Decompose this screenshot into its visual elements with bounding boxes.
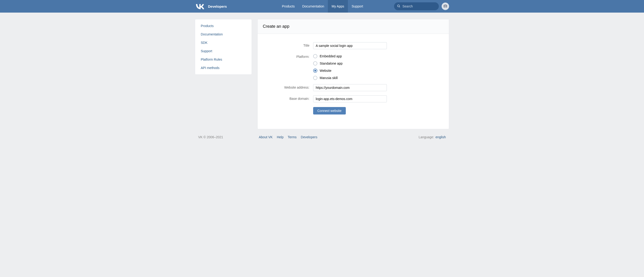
nav-label: Documentation xyxy=(302,4,324,8)
nav-label: My Apps xyxy=(332,4,344,8)
nav-label: Products xyxy=(282,4,295,8)
button-label: Connect website xyxy=(317,109,342,112)
sidebar-item-label: Documentation xyxy=(201,32,223,36)
brand-text: Developers xyxy=(208,4,227,8)
nav-item-products[interactable]: Products xyxy=(278,0,298,12)
sidebar-item-label: API methods xyxy=(201,66,220,70)
sidebar: Products Documentation SDK Support Platf… xyxy=(195,19,252,74)
radio-label: Website xyxy=(320,69,331,72)
footer-link-label: About VK xyxy=(259,135,272,139)
radio-icon xyxy=(313,54,317,58)
language-selector[interactable]: english xyxy=(436,135,446,139)
nav-item-documentation[interactable]: Documentation xyxy=(298,0,328,12)
svg-point-0 xyxy=(398,5,400,7)
footer-link-developers[interactable]: Developers xyxy=(301,135,317,139)
platform-label: Platform: xyxy=(258,54,313,58)
sidebar-item-products[interactable]: Products xyxy=(195,22,252,30)
search-input[interactable] xyxy=(402,4,436,8)
base-domain-input[interactable] xyxy=(313,95,387,102)
nav-item-my-apps[interactable]: My Apps xyxy=(328,0,348,12)
language-label: Language: xyxy=(418,135,434,139)
camera-icon xyxy=(443,4,448,9)
footer-link-terms[interactable]: Terms xyxy=(288,135,296,139)
radio-marusia-skill[interactable]: Marusia skill xyxy=(313,76,342,80)
sidebar-item-documentation[interactable]: Documentation xyxy=(195,30,252,38)
top-nav: Products Documentation My Apps Support xyxy=(278,0,394,12)
radio-icon xyxy=(313,76,317,80)
sidebar-item-label: Support xyxy=(201,49,212,53)
title-input[interactable] xyxy=(313,42,387,49)
footer-link-help[interactable]: Help xyxy=(277,135,284,139)
page-title: Create an app xyxy=(263,24,444,29)
search-icon xyxy=(397,4,400,9)
sidebar-item-label: Products xyxy=(201,24,214,28)
language-value: english xyxy=(436,135,446,139)
search-box[interactable] xyxy=(394,2,439,10)
footer: VK © 2006–2021 About VK Help Terms Devel… xyxy=(195,133,449,146)
title-label: Title xyxy=(258,42,313,47)
sidebar-item-sdk[interactable]: SDK xyxy=(195,38,252,47)
sidebar-item-label: SDK xyxy=(201,41,208,44)
sidebar-item-support[interactable]: Support xyxy=(195,47,252,55)
sidebar-item-platform-rules[interactable]: Platform Rules xyxy=(195,55,252,64)
vk-logo-icon xyxy=(195,3,205,9)
sidebar-item-label: Platform Rules xyxy=(201,58,222,61)
main-panel: Create an app Title Platform: Embedded a… xyxy=(258,19,449,129)
radio-label: Marusia skill xyxy=(320,76,338,80)
create-app-form: Title Platform: Embedded app St xyxy=(258,34,449,129)
nav-label: Support xyxy=(352,4,363,8)
footer-link-label: Developers xyxy=(301,135,317,139)
radio-standalone-app[interactable]: Standalone app xyxy=(313,61,342,66)
camera-button[interactable] xyxy=(442,2,449,10)
base-domain-label: Base domain: xyxy=(258,95,313,100)
radio-icon xyxy=(313,61,317,66)
svg-line-1 xyxy=(399,6,400,7)
radio-website[interactable]: Website xyxy=(313,68,342,73)
radio-label: Standalone app xyxy=(320,62,342,65)
nav-item-support[interactable]: Support xyxy=(348,0,367,12)
footer-copyright: VK © 2006–2021 xyxy=(198,135,259,139)
radio-embedded-app[interactable]: Embedded app xyxy=(313,54,342,58)
top-bar: Developers Products Documentation My App… xyxy=(0,0,644,12)
website-address-input[interactable] xyxy=(313,84,387,91)
platform-radio-group: Embedded app Standalone app Website xyxy=(313,54,342,80)
website-address-label: Website address: xyxy=(258,84,313,89)
radio-icon xyxy=(313,68,317,73)
connect-website-button[interactable]: Connect website xyxy=(313,107,346,114)
footer-link-label: Terms xyxy=(288,135,296,139)
footer-link-about[interactable]: About VK xyxy=(259,135,272,139)
sidebar-item-api-methods[interactable]: API methods xyxy=(195,64,252,72)
main-header: Create an app xyxy=(258,19,449,34)
radio-label: Embedded app xyxy=(320,54,342,58)
footer-link-label: Help xyxy=(277,135,284,139)
brand[interactable]: Developers xyxy=(195,3,227,9)
